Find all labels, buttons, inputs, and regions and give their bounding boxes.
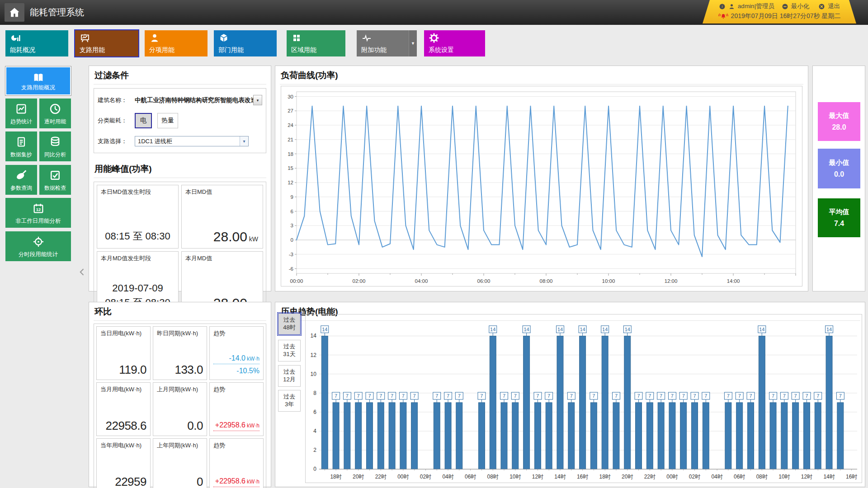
history-panel: 历史趋势(电能) 过去48时过去31天过去12月过去3年 02468101214… [275, 302, 865, 487]
svg-text:00时: 00时 [397, 474, 409, 480]
svg-text:-3: -3 [289, 252, 293, 257]
huanbi-card-label: 上月同期(kW·h) [157, 385, 198, 394]
svg-text:4: 4 [313, 428, 316, 434]
nav-tab-label: 区域用能 [291, 46, 342, 54]
tab-area-energy[interactable]: 区域用能 [287, 30, 345, 56]
history-bar [680, 403, 687, 469]
close-icon[interactable] [818, 3, 825, 10]
clock-icon [49, 103, 61, 115]
tab-energy-overview[interactable]: 能耗概况 [5, 30, 68, 56]
tab-additional-functions[interactable]: 附加功能 [357, 30, 409, 56]
svg-text:15: 15 [288, 165, 293, 171]
btn-past-48h[interactable]: 过去48时 [278, 313, 301, 335]
history-bar [703, 403, 709, 469]
svg-text:12: 12 [288, 180, 293, 185]
gear-icon [429, 33, 439, 43]
svg-text:12:00: 12:00 [665, 278, 678, 284]
chevron-down-icon: ▾ [240, 136, 248, 146]
history-bar [804, 403, 810, 469]
history-bar [546, 403, 552, 469]
svg-text:14: 14 [490, 327, 495, 332]
sidebar-item-yoy-analysis[interactable]: 同比分析 [39, 131, 71, 161]
history-bar [602, 336, 608, 469]
btn-past-12m[interactable]: 过去12月 [278, 365, 301, 387]
svg-text:08时: 08时 [756, 474, 768, 480]
branch-select[interactable]: 1DC1 进线柜 ▾ [135, 136, 249, 146]
svg-text:02时: 02时 [420, 474, 431, 480]
history-bar [321, 336, 328, 469]
svg-text:8: 8 [313, 390, 316, 396]
history-bar [377, 403, 384, 469]
sidebar-item-label: 参数查询 [10, 184, 32, 192]
sidebar-item-nonworkday-analysis[interactable]: 12非工作日用能分析 [5, 198, 71, 228]
history-bar [793, 403, 799, 469]
svg-text:20时: 20时 [353, 474, 364, 480]
btn-past-3y[interactable]: 过去3年 [278, 390, 301, 412]
sidebar-item-label: 同比分析 [44, 151, 66, 159]
sidebar-item-branch-overview[interactable]: 支路用能概况 [5, 66, 71, 95]
svg-text:7: 7 [447, 393, 449, 399]
peak-title: 用能峰值(功率) [94, 160, 266, 178]
history-bar [613, 403, 619, 469]
svg-text:12时: 12时 [532, 474, 543, 480]
energy-option-heat[interactable]: 热量 [157, 113, 178, 128]
svg-text:7: 7 [660, 393, 662, 399]
history-bar [501, 403, 507, 469]
alarm-icon [718, 12, 728, 21]
energy-option-electric[interactable]: 电 [135, 113, 152, 128]
huanbi-card-label: 上年同期(kW·h) [157, 441, 198, 450]
filter-box: 建筑名称： 中航工业济南特种钢结构研究所智能电表改造 ▾ 分类能耗： 电热量 支… [94, 88, 266, 153]
history-bar [692, 403, 698, 469]
history-bar [557, 336, 563, 469]
sidebar-item-data-collection[interactable]: 数据集抄 [5, 131, 37, 161]
svg-text:7: 7 [637, 393, 640, 399]
svg-text:08:00: 08:00 [540, 278, 553, 284]
history-bar [815, 403, 821, 469]
building-select[interactable]: 中航工业济南特种钢结构研究所智能电表改造 [135, 96, 253, 104]
trend-values: +22958.6kW·h [213, 421, 259, 431]
tab-branch-energy[interactable]: 支路用能 [75, 30, 138, 56]
history-bar [770, 403, 776, 469]
huanbi-card-label: 昨日同期(kW·h) [157, 329, 198, 338]
svg-text:16时: 16时 [846, 474, 857, 480]
history-bar [759, 336, 765, 469]
sidebar-item-trend-stats[interactable]: 趋势统计 [5, 99, 37, 128]
btn-past-31d[interactable]: 过去31天 [278, 340, 301, 361]
huanbi-card-label: 趋势 [213, 329, 225, 338]
tab-department-energy[interactable]: 部门用能 [214, 30, 277, 56]
svg-text:7: 7 [749, 393, 752, 399]
svg-text:7: 7 [346, 393, 349, 399]
logout-button[interactable]: 退出 [828, 2, 840, 10]
minimize-icon[interactable] [782, 3, 788, 10]
sidebar-item-timeperiod-stats[interactable]: 分时段用能统计 [5, 231, 71, 261]
history-bar [534, 403, 541, 469]
user-name[interactable]: admin|管理员 [738, 2, 774, 10]
load-curve-panel: 负荷曲线(功率) -6-303691215182124273000:0002:0… [275, 66, 808, 291]
history-bar [580, 336, 586, 469]
svg-text:7: 7 [514, 393, 517, 399]
svg-text:10时: 10时 [778, 474, 790, 480]
history-bar [725, 403, 731, 469]
sidebar-item-hourly-energy[interactable]: 逐时用能 [39, 99, 71, 128]
collapse-sidebar-button[interactable] [78, 266, 87, 278]
svg-text:14: 14 [580, 327, 585, 332]
building-dropdown-button[interactable]: ▾ [253, 95, 262, 105]
home-button[interactable] [5, 3, 24, 22]
energy-type-label: 分类能耗： [98, 117, 135, 125]
sidebar-item-data-check[interactable]: 数据检查 [39, 165, 71, 195]
svg-text:08时: 08时 [487, 474, 499, 480]
stat-label: 最大值 [829, 112, 849, 120]
tab-system-settings[interactable]: 系统设置 [424, 30, 485, 56]
datetime-text: 2019年07月09日 16时27分07秒 星期二 [731, 12, 841, 20]
additional-functions-dropdown[interactable]: ▼ [409, 30, 417, 56]
svg-text:-6: -6 [289, 266, 293, 272]
history-bar [400, 403, 406, 469]
sidebar-item-parameter-query[interactable]: 参数查询 [5, 165, 37, 195]
svg-text:14: 14 [602, 327, 608, 332]
svg-text:7: 7 [693, 393, 696, 399]
huanbi-card-label: 当年用电(kW·h) [100, 441, 142, 450]
tab-subitem-energy[interactable]: 分项用能 [145, 30, 208, 56]
svg-text:7: 7 [480, 393, 483, 399]
minimize-button[interactable]: 最小化 [791, 2, 810, 10]
person-icon [149, 33, 160, 43]
